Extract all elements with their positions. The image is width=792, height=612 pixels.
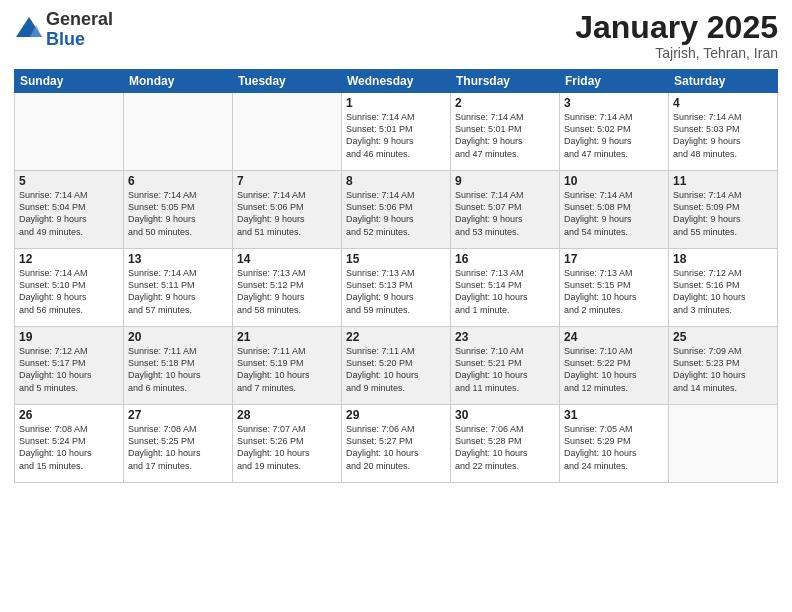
day-number: 3: [564, 96, 664, 110]
day-number: 5: [19, 174, 119, 188]
calendar-week-1: 1Sunrise: 7:14 AM Sunset: 5:01 PM Daylig…: [15, 93, 778, 171]
calendar-week-3: 12Sunrise: 7:14 AM Sunset: 5:10 PM Dayli…: [15, 249, 778, 327]
table-row: 26Sunrise: 7:08 AM Sunset: 5:24 PM Dayli…: [15, 405, 124, 483]
day-info: Sunrise: 7:08 AM Sunset: 5:25 PM Dayligh…: [128, 423, 228, 472]
table-row: 10Sunrise: 7:14 AM Sunset: 5:08 PM Dayli…: [560, 171, 669, 249]
calendar-header-row: Sunday Monday Tuesday Wednesday Thursday…: [15, 70, 778, 93]
col-monday: Monday: [124, 70, 233, 93]
day-number: 17: [564, 252, 664, 266]
title-block: January 2025 Tajrish, Tehran, Iran: [575, 10, 778, 61]
day-info: Sunrise: 7:14 AM Sunset: 5:11 PM Dayligh…: [128, 267, 228, 316]
table-row: 21Sunrise: 7:11 AM Sunset: 5:19 PM Dayli…: [233, 327, 342, 405]
day-info: Sunrise: 7:09 AM Sunset: 5:23 PM Dayligh…: [673, 345, 773, 394]
table-row: 23Sunrise: 7:10 AM Sunset: 5:21 PM Dayli…: [451, 327, 560, 405]
month-title: January 2025: [575, 10, 778, 45]
table-row: 19Sunrise: 7:12 AM Sunset: 5:17 PM Dayli…: [15, 327, 124, 405]
day-info: Sunrise: 7:14 AM Sunset: 5:06 PM Dayligh…: [237, 189, 337, 238]
col-tuesday: Tuesday: [233, 70, 342, 93]
day-number: 16: [455, 252, 555, 266]
day-info: Sunrise: 7:14 AM Sunset: 5:07 PM Dayligh…: [455, 189, 555, 238]
table-row: 17Sunrise: 7:13 AM Sunset: 5:15 PM Dayli…: [560, 249, 669, 327]
day-number: 27: [128, 408, 228, 422]
table-row: 29Sunrise: 7:06 AM Sunset: 5:27 PM Dayli…: [342, 405, 451, 483]
table-row: 27Sunrise: 7:08 AM Sunset: 5:25 PM Dayli…: [124, 405, 233, 483]
col-wednesday: Wednesday: [342, 70, 451, 93]
table-row: 14Sunrise: 7:13 AM Sunset: 5:12 PM Dayli…: [233, 249, 342, 327]
day-info: Sunrise: 7:14 AM Sunset: 5:04 PM Dayligh…: [19, 189, 119, 238]
table-row: [233, 93, 342, 171]
day-info: Sunrise: 7:14 AM Sunset: 5:01 PM Dayligh…: [346, 111, 446, 160]
table-row: 16Sunrise: 7:13 AM Sunset: 5:14 PM Dayli…: [451, 249, 560, 327]
day-info: Sunrise: 7:12 AM Sunset: 5:17 PM Dayligh…: [19, 345, 119, 394]
day-number: 12: [19, 252, 119, 266]
day-number: 21: [237, 330, 337, 344]
table-row: 1Sunrise: 7:14 AM Sunset: 5:01 PM Daylig…: [342, 93, 451, 171]
day-number: 29: [346, 408, 446, 422]
day-info: Sunrise: 7:05 AM Sunset: 5:29 PM Dayligh…: [564, 423, 664, 472]
day-number: 28: [237, 408, 337, 422]
day-info: Sunrise: 7:14 AM Sunset: 5:05 PM Dayligh…: [128, 189, 228, 238]
day-info: Sunrise: 7:11 AM Sunset: 5:18 PM Dayligh…: [128, 345, 228, 394]
col-sunday: Sunday: [15, 70, 124, 93]
table-row: [124, 93, 233, 171]
location: Tajrish, Tehran, Iran: [575, 45, 778, 61]
day-number: 8: [346, 174, 446, 188]
day-info: Sunrise: 7:14 AM Sunset: 5:10 PM Dayligh…: [19, 267, 119, 316]
table-row: 28Sunrise: 7:07 AM Sunset: 5:26 PM Dayli…: [233, 405, 342, 483]
logo-blue: Blue: [46, 30, 113, 50]
day-info: Sunrise: 7:14 AM Sunset: 5:08 PM Dayligh…: [564, 189, 664, 238]
col-thursday: Thursday: [451, 70, 560, 93]
day-number: 23: [455, 330, 555, 344]
table-row: 3Sunrise: 7:14 AM Sunset: 5:02 PM Daylig…: [560, 93, 669, 171]
table-row: 2Sunrise: 7:14 AM Sunset: 5:01 PM Daylig…: [451, 93, 560, 171]
day-number: 7: [237, 174, 337, 188]
day-info: Sunrise: 7:06 AM Sunset: 5:28 PM Dayligh…: [455, 423, 555, 472]
logo-icon: [14, 15, 44, 45]
table-row: 9Sunrise: 7:14 AM Sunset: 5:07 PM Daylig…: [451, 171, 560, 249]
table-row: 20Sunrise: 7:11 AM Sunset: 5:18 PM Dayli…: [124, 327, 233, 405]
day-info: Sunrise: 7:10 AM Sunset: 5:22 PM Dayligh…: [564, 345, 664, 394]
day-number: 2: [455, 96, 555, 110]
day-info: Sunrise: 7:13 AM Sunset: 5:15 PM Dayligh…: [564, 267, 664, 316]
col-saturday: Saturday: [669, 70, 778, 93]
table-row: 15Sunrise: 7:13 AM Sunset: 5:13 PM Dayli…: [342, 249, 451, 327]
day-number: 9: [455, 174, 555, 188]
day-info: Sunrise: 7:14 AM Sunset: 5:03 PM Dayligh…: [673, 111, 773, 160]
table-row: 30Sunrise: 7:06 AM Sunset: 5:28 PM Dayli…: [451, 405, 560, 483]
day-number: 31: [564, 408, 664, 422]
day-number: 4: [673, 96, 773, 110]
table-row: 8Sunrise: 7:14 AM Sunset: 5:06 PM Daylig…: [342, 171, 451, 249]
day-number: 19: [19, 330, 119, 344]
day-number: 13: [128, 252, 228, 266]
day-number: 15: [346, 252, 446, 266]
table-row: 13Sunrise: 7:14 AM Sunset: 5:11 PM Dayli…: [124, 249, 233, 327]
day-number: 11: [673, 174, 773, 188]
calendar-week-4: 19Sunrise: 7:12 AM Sunset: 5:17 PM Dayli…: [15, 327, 778, 405]
logo: General Blue: [14, 10, 113, 50]
logo-general: General: [46, 10, 113, 30]
page-header: General Blue January 2025 Tajrish, Tehra…: [14, 10, 778, 61]
day-number: 20: [128, 330, 228, 344]
table-row: 24Sunrise: 7:10 AM Sunset: 5:22 PM Dayli…: [560, 327, 669, 405]
day-info: Sunrise: 7:07 AM Sunset: 5:26 PM Dayligh…: [237, 423, 337, 472]
day-number: 6: [128, 174, 228, 188]
calendar-week-5: 26Sunrise: 7:08 AM Sunset: 5:24 PM Dayli…: [15, 405, 778, 483]
calendar: Sunday Monday Tuesday Wednesday Thursday…: [14, 69, 778, 483]
table-row: 7Sunrise: 7:14 AM Sunset: 5:06 PM Daylig…: [233, 171, 342, 249]
day-info: Sunrise: 7:10 AM Sunset: 5:21 PM Dayligh…: [455, 345, 555, 394]
day-info: Sunrise: 7:08 AM Sunset: 5:24 PM Dayligh…: [19, 423, 119, 472]
day-info: Sunrise: 7:14 AM Sunset: 5:06 PM Dayligh…: [346, 189, 446, 238]
table-row: 25Sunrise: 7:09 AM Sunset: 5:23 PM Dayli…: [669, 327, 778, 405]
table-row: 5Sunrise: 7:14 AM Sunset: 5:04 PM Daylig…: [15, 171, 124, 249]
day-info: Sunrise: 7:06 AM Sunset: 5:27 PM Dayligh…: [346, 423, 446, 472]
day-number: 22: [346, 330, 446, 344]
day-number: 1: [346, 96, 446, 110]
day-info: Sunrise: 7:13 AM Sunset: 5:14 PM Dayligh…: [455, 267, 555, 316]
table-row: 6Sunrise: 7:14 AM Sunset: 5:05 PM Daylig…: [124, 171, 233, 249]
col-friday: Friday: [560, 70, 669, 93]
table-row: 11Sunrise: 7:14 AM Sunset: 5:09 PM Dayli…: [669, 171, 778, 249]
day-info: Sunrise: 7:14 AM Sunset: 5:01 PM Dayligh…: [455, 111, 555, 160]
day-number: 18: [673, 252, 773, 266]
day-info: Sunrise: 7:14 AM Sunset: 5:09 PM Dayligh…: [673, 189, 773, 238]
day-info: Sunrise: 7:13 AM Sunset: 5:12 PM Dayligh…: [237, 267, 337, 316]
